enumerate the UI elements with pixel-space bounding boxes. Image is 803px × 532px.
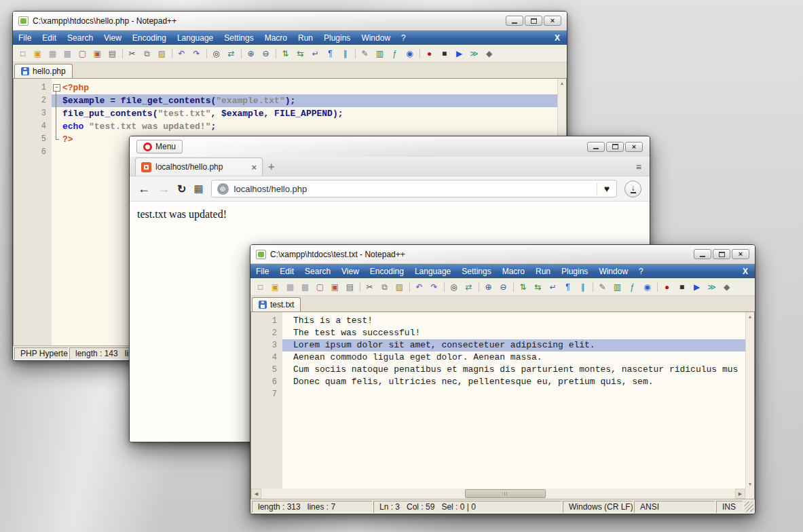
redo-icon[interactable]: ↷	[427, 281, 441, 293]
url-text[interactable]: localhost/hello.php	[234, 184, 591, 194]
site-badge-icon[interactable]: ⊕	[217, 183, 229, 195]
print-icon[interactable]: ▤	[343, 281, 357, 293]
close-all-icon[interactable]: ▣	[90, 48, 105, 60]
horizontal-scrollbar[interactable]: ◀ ▶	[250, 489, 755, 499]
menu-item-view[interactable]: View	[336, 264, 365, 278]
open-folder-icon[interactable]: ▣	[268, 281, 282, 293]
record-macro-icon[interactable]: ●	[422, 48, 436, 60]
run-macro-multiple-icon[interactable]: ≫	[705, 281, 719, 293]
menu-item-plugins[interactable]: Plugins	[556, 264, 593, 278]
menu-item-language[interactable]: Language	[172, 31, 219, 45]
undo-icon[interactable]: ↶	[412, 281, 426, 293]
editor-line[interactable]: 2The test was successful!	[251, 327, 745, 339]
cut-icon[interactable]: ✂	[362, 281, 377, 293]
sync-horizontal-icon[interactable]: ⇆	[531, 281, 545, 293]
copy-icon[interactable]: ⧉	[377, 281, 392, 293]
menu-close-x[interactable]: X	[548, 33, 567, 43]
save-macro-icon[interactable]: ◆	[482, 48, 496, 60]
open-folder-icon[interactable]: ▣	[31, 48, 45, 60]
menu-item-file[interactable]: File	[250, 264, 274, 278]
print-icon[interactable]: ▤	[105, 48, 119, 60]
find-icon[interactable]: ◎	[447, 281, 461, 293]
new-tab-button[interactable]: +	[268, 161, 274, 173]
scrollbar-thumb[interactable]	[465, 489, 546, 498]
vertical-scrollbar[interactable]: ▲ ▼	[745, 312, 754, 489]
undo-icon[interactable]: ↶	[174, 48, 189, 60]
scroll-up-icon[interactable]: ▲	[748, 314, 753, 319]
replace-icon[interactable]: ⇄	[224, 48, 238, 60]
close-button[interactable]: ×	[544, 16, 561, 26]
document-map-icon[interactable]: ▥	[373, 48, 387, 60]
menu-item-search[interactable]: Search	[299, 264, 336, 278]
editor-line[interactable]: 5Cum sociis natoque penatibus et magnis …	[251, 364, 745, 376]
download-button[interactable]: ↓	[624, 180, 641, 197]
menu-item-window[interactable]: Window	[593, 264, 633, 278]
paste-icon[interactable]: ▨	[392, 281, 407, 293]
menu-item-settings[interactable]: Settings	[219, 31, 259, 45]
minimize-button[interactable]	[587, 142, 605, 152]
new-file-icon[interactable]: □	[253, 281, 267, 293]
menu-item-edit[interactable]: Edit	[37, 31, 62, 45]
menu-item-macro[interactable]: Macro	[497, 264, 530, 278]
editor-line[interactable]: 3file_put_contents("test.txt", $example,…	[14, 107, 557, 120]
menu-item-window[interactable]: Window	[356, 31, 396, 45]
menu-item-search[interactable]: Search	[62, 31, 98, 45]
address-bar[interactable]: ⊕ localhost/hello.php ♥	[211, 180, 617, 197]
sync-vertical-icon[interactable]: ⇅	[278, 48, 293, 60]
close-all-icon[interactable]: ▣	[328, 281, 342, 293]
user-defined-language-icon[interactable]: ✎	[358, 48, 372, 60]
maximize-button[interactable]	[713, 249, 730, 259]
show-all-characters-icon[interactable]: ¶	[323, 48, 337, 60]
menu-item-encoding[interactable]: Encoding	[127, 31, 172, 45]
indent-guide-icon[interactable]: ∥	[338, 48, 352, 60]
titlebar[interactable]: Menu ×	[130, 136, 650, 157]
scroll-right-icon[interactable]: ▶	[735, 489, 745, 499]
function-list-icon[interactable]: ƒ	[388, 48, 402, 60]
zoom-in-icon[interactable]: ⊕	[244, 48, 258, 60]
titlebar[interactable]: C:\xampp\htdocs\hello.php - Notepad++ ×	[13, 12, 567, 31]
replace-icon[interactable]: ⇄	[462, 281, 476, 293]
scroll-left-icon[interactable]: ◀	[251, 489, 261, 499]
menu-item-macro[interactable]: Macro	[259, 31, 293, 45]
close-document-icon[interactable]: ▢	[313, 281, 327, 293]
editor-line[interactable]: 6Donec quam felis, ultricies nec, pellen…	[251, 376, 745, 388]
minimize-button[interactable]	[694, 249, 711, 259]
zoom-in-icon[interactable]: ⊕	[481, 281, 496, 293]
new-file-icon[interactable]: □	[16, 48, 30, 60]
minimize-button[interactable]	[506, 16, 523, 26]
menu-item-plugins[interactable]: Plugins	[318, 31, 356, 45]
redo-icon[interactable]: ↷	[189, 48, 204, 60]
menu-item-language[interactable]: Language	[409, 264, 456, 278]
file-monitoring-icon[interactable]: ◉	[640, 281, 654, 293]
zoom-out-icon[interactable]: ⊖	[259, 48, 273, 60]
menu-item-edit[interactable]: Edit	[274, 264, 299, 278]
menu-item-view[interactable]: View	[98, 31, 127, 45]
stop-macro-icon[interactable]: ■	[437, 48, 451, 60]
speed-dial-icon[interactable]: ▦	[193, 183, 203, 195]
bookmark-heart-icon[interactable]: ♥	[603, 183, 611, 194]
document-map-icon[interactable]: ▥	[610, 281, 624, 293]
tab-hello-php[interactable]: hello.php	[14, 64, 73, 78]
close-document-icon[interactable]: ▢	[75, 48, 90, 60]
sync-vertical-icon[interactable]: ⇅	[516, 281, 530, 293]
maximize-button[interactable]	[606, 142, 624, 152]
save-macro-icon[interactable]: ◆	[720, 281, 734, 293]
menu-item-run[interactable]: Run	[293, 31, 318, 45]
run-macro-multiple-icon[interactable]: ≫	[467, 48, 481, 60]
menu-item-help[interactable]: ?	[396, 31, 411, 45]
user-defined-language-icon[interactable]: ✎	[595, 281, 610, 293]
menu-close-x[interactable]: X	[736, 267, 755, 276]
back-icon[interactable]: ←	[138, 182, 150, 196]
function-list-icon[interactable]: ƒ	[625, 281, 639, 293]
stop-macro-icon[interactable]: ■	[675, 281, 689, 293]
tab-test-txt[interactable]: test.txt	[252, 297, 301, 311]
close-button[interactable]: ×	[732, 249, 749, 259]
save-icon[interactable]: ▦	[45, 48, 60, 60]
code-editor[interactable]: 1This is a test!2The test was successful…	[251, 312, 745, 489]
editor-line[interactable]: 2$example = file_get_contents("example.t…	[14, 94, 557, 107]
find-icon[interactable]: ◎	[209, 48, 223, 60]
show-all-characters-icon[interactable]: ¶	[561, 281, 575, 293]
menu-item-encoding[interactable]: Encoding	[365, 264, 409, 278]
menu-item-help[interactable]: ?	[633, 264, 649, 278]
opera-menu-button[interactable]: Menu	[136, 140, 183, 153]
